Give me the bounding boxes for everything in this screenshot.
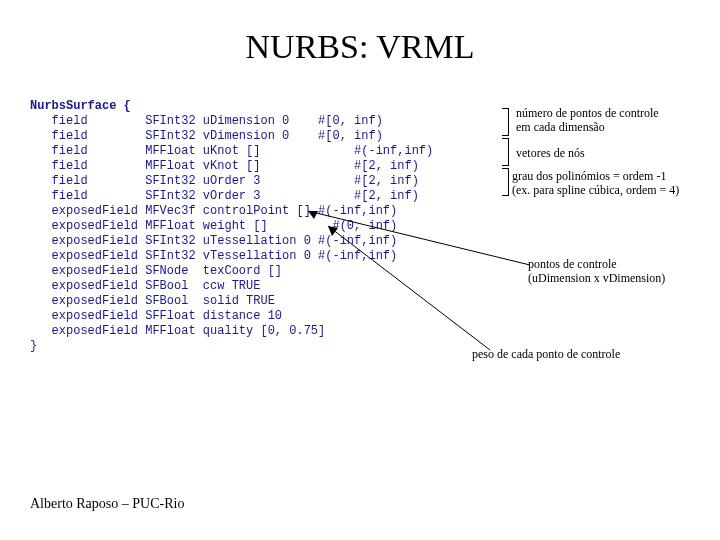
code-line: exposedField MFFloat weight [] #(0, inf) bbox=[30, 219, 397, 233]
code-line: field SFInt32 uOrder 3 #[2, inf) bbox=[30, 174, 419, 188]
code-line: } bbox=[30, 339, 37, 353]
code-line: exposedField SFBool solid TRUE bbox=[30, 294, 275, 308]
annotation-weight: peso de cada ponto de controle bbox=[472, 348, 620, 362]
code-line: exposedField SFFloat distance 10 bbox=[30, 309, 282, 323]
code-header: NurbsSurface { bbox=[30, 99, 131, 113]
code-line: field SFInt32 uDimension 0 #[0, inf) bbox=[30, 114, 383, 128]
slide-title: NURBS: VRML bbox=[0, 28, 720, 66]
code-line: exposedField MFFloat quality [0, 0.75] bbox=[30, 324, 325, 338]
annotation-dimensions: número de pontos de controle em cada dim… bbox=[516, 107, 659, 135]
code-line: field MFFloat vKnot [] #[2, inf) bbox=[30, 159, 419, 173]
code-line: field SFInt32 vDimension 0 #[0, inf) bbox=[30, 129, 383, 143]
code-line: exposedField MFVec3f controlPoint [] #(-… bbox=[30, 204, 397, 218]
code-line: field MFFloat uKnot [] #(-inf,inf) bbox=[30, 144, 433, 158]
code-line: field SFInt32 vOrder 3 #[2, inf) bbox=[30, 189, 419, 203]
bracket-icon bbox=[502, 138, 509, 166]
bracket-icon bbox=[502, 108, 509, 136]
code-line: exposedField SFInt32 uTessellation 0 #(-… bbox=[30, 234, 397, 248]
bracket-icon bbox=[502, 168, 509, 196]
code-line: exposedField SFNode texCoord [] bbox=[30, 264, 282, 278]
code-line: exposedField SFBool ccw TRUE bbox=[30, 279, 260, 293]
annotation-controlpoints: pontos de controle (uDimension x vDimens… bbox=[528, 258, 665, 286]
code-line: exposedField SFInt32 vTessellation 0 #(-… bbox=[30, 249, 397, 263]
annotation-knots: vetores de nós bbox=[516, 147, 585, 161]
footer-author: Alberto Raposo – PUC-Rio bbox=[30, 496, 184, 512]
annotation-order: grau dos polinómios = ordem -1 (ex. para… bbox=[512, 170, 679, 198]
